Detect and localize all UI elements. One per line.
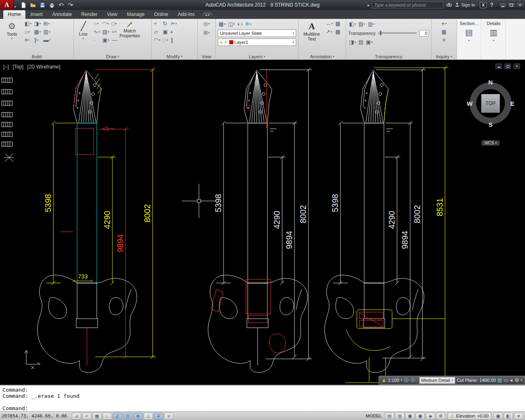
mirror-tool[interactable]: ◐ <box>170 28 178 36</box>
layer-isolate-tool[interactable]: ◐▾ <box>237 20 243 28</box>
list-tool[interactable]: ▤ <box>358 38 364 46</box>
grid-toggle[interactable]: ▦ <box>92 413 102 420</box>
viewcube-west[interactable]: W <box>467 100 472 107</box>
column-grid-tool[interactable]: ▥▾ <box>43 28 52 36</box>
match-properties-button[interactable]: Match Properties <box>119 20 140 38</box>
status-menu-button[interactable]: ▾ <box>514 413 523 420</box>
chevron-down-icon[interactable]: ▾ <box>167 39 168 42</box>
close-button[interactable]: × <box>516 2 524 8</box>
model-space-label[interactable]: MODEL <box>366 413 382 418</box>
chevron-down-icon[interactable]: ▾ <box>371 41 373 44</box>
osnap-toggle[interactable]: ⊡ <box>123 413 132 420</box>
ducs-toggle[interactable]: ⊥ <box>144 413 153 420</box>
window-tool[interactable]: ⊞▾ <box>43 20 52 27</box>
slider-handle[interactable] <box>380 31 381 35</box>
undo-button[interactable]: ↶▾ <box>57 1 65 9</box>
command-prompt-line[interactable]: Command: <box>2 405 523 411</box>
multiline-text-button[interactable]: A Multiline Text <box>300 20 324 41</box>
panel-label-draw[interactable]: Draw▾ <box>74 53 151 59</box>
table-tool[interactable]: ▦ <box>335 20 341 27</box>
wcs-menu[interactable]: WCS ▾ <box>482 140 500 146</box>
lock-ui-button[interactable]: ◈ <box>426 413 435 420</box>
arc-tool[interactable]: ◠▾ <box>101 20 110 27</box>
panel-label-annotation[interactable]: Annotation▾ <box>299 53 346 59</box>
array-tool[interactable]: ∷▾ <box>162 36 169 44</box>
hatch-tool[interactable]: ▨▾ <box>101 28 110 36</box>
chevron-down-icon[interactable]: ▾ <box>98 30 100 34</box>
chevron-down-icon[interactable]: ▾ <box>82 37 84 40</box>
display-config-icon[interactable]: ▭ <box>504 377 508 383</box>
new-button[interactable] <box>19 1 27 9</box>
roof-tool[interactable]: ⌂▾ <box>24 28 32 36</box>
chevron-down-icon[interactable]: ▾ <box>37 39 39 42</box>
plot-button[interactable] <box>48 1 56 9</box>
viewcube-top-face[interactable]: TOP <box>481 94 500 113</box>
chevron-down-icon[interactable]: ▾ <box>208 31 210 34</box>
otrack-toggle[interactable]: ⊕ <box>133 413 143 420</box>
cut-plane-label[interactable]: Cut Plane: <box>457 378 478 383</box>
ceiling-grid-tool[interactable]: ▦▾ <box>33 28 42 36</box>
viewports-tool[interactable]: ⊞▾ <box>203 29 210 37</box>
infer-constraints-toggle[interactable]: ⊿ <box>72 413 81 420</box>
panel-label-transparency[interactable]: Transparency <box>346 53 431 59</box>
chevron-down-icon[interactable]: ▾ <box>445 22 447 25</box>
circle-tool[interactable]: ○▾ <box>93 20 100 27</box>
command-line-window[interactable]: Command: Command: _.erase 1 found Comman… <box>0 385 525 411</box>
stair-tool[interactable]: ≡▾ <box>24 36 32 44</box>
chevron-down-icon[interactable]: ▾ <box>108 39 110 42</box>
viewport-visual-style-control[interactable]: [2D Wireframe] <box>27 64 60 70</box>
ortho-toggle[interactable]: ∟ <box>103 413 112 420</box>
rectangle-tool[interactable]: □▾ <box>111 20 118 27</box>
chevron-down-icon[interactable]: ▾ <box>331 22 333 25</box>
viewcube[interactable]: N S W E TOP <box>466 79 515 128</box>
properties-tool[interactable]: ▣▾ <box>365 38 374 46</box>
chevron-down-icon[interactable]: ▾ <box>97 22 99 25</box>
chevron-down-icon[interactable]: ▾ <box>354 23 356 26</box>
chevron-down-icon[interactable]: ▾ <box>233 23 235 26</box>
chevron-down-icon[interactable]: ▾ <box>159 39 160 42</box>
section-button[interactable]: Section... ▤ ▾ <box>457 19 481 59</box>
spline-tool[interactable]: ≈▾ <box>111 28 118 36</box>
wall-tool[interactable]: ◧▾ <box>24 20 32 27</box>
application-menu-button[interactable]: A <box>0 0 14 10</box>
chevron-down-icon[interactable]: ▾ <box>28 30 30 34</box>
search-input[interactable] <box>372 2 444 9</box>
chevron-down-icon[interactable]: ▾ <box>62 3 64 7</box>
viewport-minimize-control[interactable]: [−] <box>3 64 9 70</box>
lightbulb-icon[interactable]: ● <box>510 377 513 383</box>
measure-tool[interactable]: ⌖▾ <box>441 20 447 27</box>
trim-tool[interactable]: ✂▾ <box>170 20 178 27</box>
chevron-down-icon[interactable]: ▾ <box>30 22 32 25</box>
drawing-restore-button[interactable] <box>504 64 511 69</box>
coordinates-readout[interactable]: 207854.73, 4246.69, 0.00 <box>2 413 67 419</box>
ribbon-display-toggle[interactable]: ●▾ <box>202 12 213 18</box>
panel-label-build[interactable]: Build <box>0 53 73 59</box>
tab-render[interactable]: Render <box>77 10 102 19</box>
slab-tool[interactable]: ▬▾ <box>43 36 52 44</box>
point-tool[interactable]: · <box>93 36 100 44</box>
chevron-down-icon[interactable]: ▾ <box>49 30 50 34</box>
chevron-down-icon[interactable]: ▾ <box>354 41 356 44</box>
xline-tool[interactable]: ― <box>111 36 118 44</box>
tab-online[interactable]: Online <box>150 10 173 19</box>
chevron-down-icon[interactable]: ▾ <box>48 22 50 25</box>
chevron-down-icon[interactable]: ▾ <box>39 22 41 25</box>
panel-label-view[interactable]: View <box>198 53 215 59</box>
linetype-tool[interactable]: ▨▾ <box>358 20 366 28</box>
viewcube-north[interactable]: N <box>488 79 493 86</box>
chevron-down-icon[interactable]: ▾ <box>373 23 375 26</box>
elevation-control[interactable]: ∠ Elevation: +0.00 <box>447 413 491 420</box>
polar-toggle[interactable]: ∠ <box>113 413 122 420</box>
tab-addins[interactable]: Add-Ins <box>173 10 199 19</box>
railing-tool[interactable]: ∥▾ <box>33 36 42 44</box>
annotation-extra-tool[interactable]: ▦ <box>335 28 341 36</box>
tab-manage[interactable]: Manage <box>122 10 149 19</box>
chevron-down-icon[interactable]: ▾ <box>208 22 210 25</box>
minimize-button[interactable] <box>499 2 507 8</box>
expand-right-icon[interactable]: ▸ <box>368 3 370 7</box>
viewcube-east[interactable]: E <box>510 100 514 107</box>
move-tool[interactable]: + <box>153 20 161 27</box>
lineweight-tool[interactable]: ▥▾ <box>367 20 376 28</box>
chevron-down-icon[interactable]: ▾ <box>115 30 116 34</box>
polyline-tool[interactable]: ∿▾ <box>93 28 100 36</box>
